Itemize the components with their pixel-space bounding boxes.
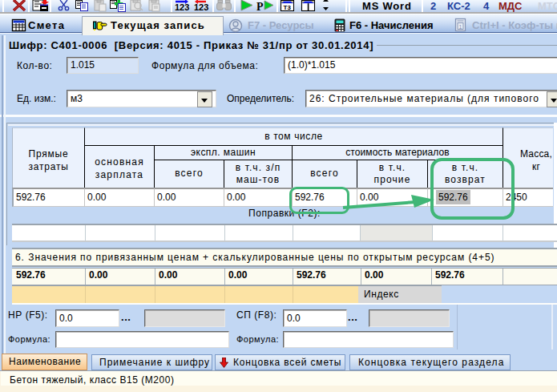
svg-text:T3: T3 xyxy=(284,4,292,11)
svg-text:1: 1 xyxy=(459,24,462,30)
svg-text:123: 123 xyxy=(175,2,189,12)
svg-text:P: P xyxy=(256,1,264,13)
svg-text:123: 123 xyxy=(194,2,208,12)
